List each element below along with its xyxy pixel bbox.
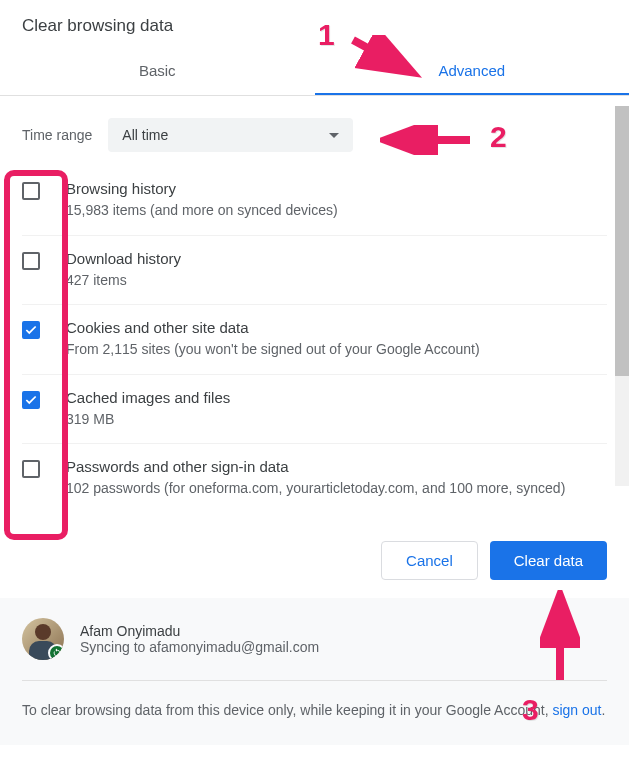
note-text-before: To clear browsing data from this device … [22, 702, 552, 718]
item-subtitle: From 2,115 sites (you won't be signed ou… [66, 340, 607, 360]
list-item: Browsing history15,983 items (and more o… [22, 166, 607, 236]
account-name: Afam Onyimadu [80, 623, 319, 639]
time-range-label: Time range [22, 127, 92, 143]
cancel-button[interactable]: Cancel [381, 541, 478, 580]
list-item: Cookies and other site dataFrom 2,115 si… [22, 305, 607, 375]
item-title: Browsing history [66, 180, 607, 197]
checkbox[interactable] [22, 252, 40, 270]
time-range-row: Time range All time [22, 96, 607, 166]
data-types-list: Browsing history15,983 items (and more o… [22, 166, 607, 513]
annotation-arrow-3 [540, 590, 580, 690]
annotation-arrow-1 [348, 35, 428, 85]
account-text: Afam Onyimadu Syncing to afamonyimadu@gm… [80, 623, 319, 655]
checkbox[interactable] [22, 391, 40, 409]
checkbox[interactable] [22, 182, 40, 200]
tab-basic[interactable]: Basic [0, 48, 315, 95]
chevron-down-icon [329, 133, 339, 138]
annotation-number-1: 1 [318, 18, 335, 52]
sign-out-link[interactable]: sign out [552, 702, 601, 718]
dialog-title: Clear browsing data [0, 0, 629, 48]
svg-line-1 [353, 40, 408, 70]
sync-badge-icon [48, 644, 64, 660]
item-subtitle: 102 passwords (for oneforma.com, yourart… [66, 479, 607, 499]
item-title: Download history [66, 250, 607, 267]
item-title: Passwords and other sign-in data [66, 458, 607, 475]
list-item: Passwords and other sign-in data102 pass… [22, 444, 607, 513]
sync-status: Syncing to afamonyimadu@gmail.com [80, 639, 319, 655]
avatar [22, 618, 64, 660]
item-subtitle: 319 MB [66, 410, 607, 430]
footer-buttons: Cancel Clear data [0, 513, 629, 598]
item-title: Cached images and files [66, 389, 607, 406]
note-text-after: . [602, 702, 606, 718]
list-item: Cached images and files319 MB [22, 375, 607, 445]
list-item: Download history427 items [22, 236, 607, 306]
scrollbar[interactable] [615, 106, 629, 486]
time-range-select[interactable]: All time [108, 118, 353, 152]
item-subtitle: 15,983 items (and more on synced devices… [66, 201, 607, 221]
annotation-number-2: 2 [490, 120, 507, 154]
account-row: Afam Onyimadu Syncing to afamonyimadu@gm… [22, 618, 607, 681]
checkbox[interactable] [22, 460, 40, 478]
item-subtitle: 427 items [66, 271, 607, 291]
content-area: Time range All time Browsing history15,9… [0, 96, 629, 513]
annotation-arrow-2 [380, 125, 480, 155]
checkbox[interactable] [22, 321, 40, 339]
signout-note: To clear browsing data from this device … [22, 681, 607, 721]
time-range-value: All time [122, 127, 168, 143]
item-title: Cookies and other site data [66, 319, 607, 336]
annotation-number-3: 3 [522, 693, 539, 727]
scrollbar-thumb[interactable] [615, 106, 629, 376]
clear-data-button[interactable]: Clear data [490, 541, 607, 580]
tabs: Basic Advanced [0, 48, 629, 96]
